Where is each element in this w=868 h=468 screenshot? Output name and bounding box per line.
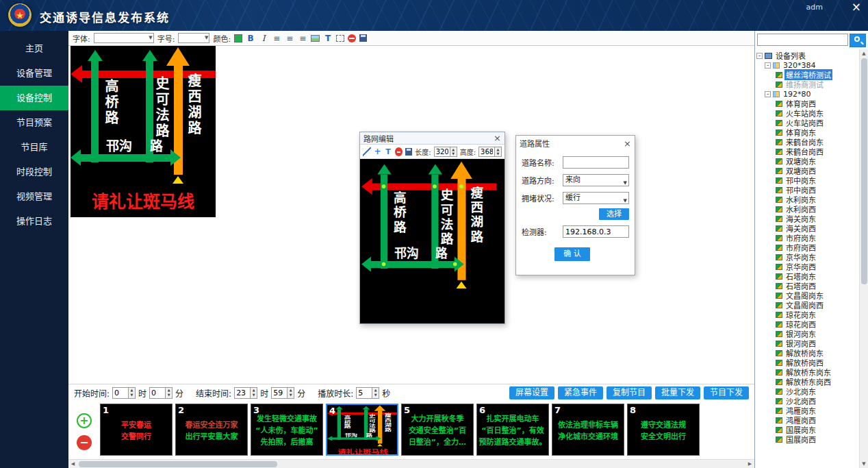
roadnet-canvas[interactable]: 高桥路 史可法路 瘦西湖路 邗沟 路 请礼让斑马线 <box>360 159 505 323</box>
end-minute-spin-buttons[interactable] <box>288 387 294 399</box>
tree-expander-icon[interactable]: - <box>765 91 771 97</box>
program-thumbnail[interactable]: 春运安全连万家出行平安靠大家2 <box>175 404 248 456</box>
program-thumbnail[interactable]: 遵守交通法规安全文明出行8 <box>627 404 700 456</box>
sidebar-item-2[interactable]: 设备控制 <box>0 86 68 110</box>
edit-handle[interactable] <box>433 184 437 188</box>
select-detector-button[interactable]: 选择 <box>599 208 629 220</box>
font-family-select[interactable] <box>94 33 154 43</box>
end-hour-spin-buttons[interactable] <box>251 387 257 399</box>
detector-input[interactable] <box>565 226 626 237</box>
start-minute-input[interactable] <box>149 387 166 399</box>
action-button-0[interactable]: 屏幕设置 <box>509 386 554 399</box>
sidebar-item-0[interactable]: 主页 <box>0 36 68 61</box>
delete-content-button[interactable] <box>348 34 356 42</box>
tree-item[interactable]: 沙北岗西 <box>755 396 859 406</box>
roadnet-dialog-close-button[interactable]: × <box>494 134 501 143</box>
scroll-down-arrow-icon[interactable]: ▼ <box>862 460 865 468</box>
program-thumbnail[interactable]: 扎实开展电动车“百日整治”，有效预防道路交通事故。6 <box>476 404 549 456</box>
tree-item[interactable]: 京华岗东 <box>755 252 859 262</box>
tree-item[interactable]: 京华岗西 <box>755 262 859 271</box>
roadnet-dialog-titlebar[interactable]: 路网编辑 × <box>360 132 505 145</box>
duration-input[interactable] <box>356 387 372 399</box>
edit-handle[interactable] <box>382 184 386 188</box>
sidebar-item-6[interactable]: 视频管理 <box>0 184 68 209</box>
edit-handle[interactable] <box>453 262 457 267</box>
road-properties-titlebar[interactable]: 道路属性 × <box>516 136 635 151</box>
confirm-button[interactable]: 确 认 <box>554 247 590 261</box>
move-tool-icon[interactable]: + <box>374 147 382 156</box>
tree-item[interactable]: 水利岗东 <box>755 195 859 204</box>
sidebar-item-4[interactable]: 节目库 <box>0 135 68 160</box>
program-thumbnail[interactable]: 大力开展秋冬季交通安全整治“百日整治”，全力…5 <box>401 404 474 456</box>
tree-item[interactable]: -设备列表 <box>755 51 859 60</box>
scroll-up-arrow-icon[interactable]: ▲ <box>862 49 865 58</box>
road-name-input[interactable] <box>565 157 626 168</box>
remove-program-button[interactable]: − <box>77 435 92 450</box>
bold-button[interactable]: B <box>246 34 255 43</box>
hscroll-thumb[interactable] <box>79 461 277 467</box>
color-swatch[interactable] <box>234 34 242 42</box>
edit-handle[interactable] <box>382 262 386 267</box>
program-thumbnail[interactable]: 平安春运交警同行1 <box>100 404 173 456</box>
roadnet-height-spin-buttons[interactable] <box>495 147 502 157</box>
tree-item[interactable]: 琼花岗东 <box>755 310 859 319</box>
sidebar-item-3[interactable]: 节目预案 <box>0 110 68 135</box>
tree-item[interactable]: 来鹤台岗东 <box>755 137 859 147</box>
tree-item[interactable]: 水利岗西 <box>755 204 859 214</box>
tree-item[interactable]: 体育岗东 <box>755 127 859 137</box>
scroll-right-arrow-icon[interactable]: ▶ <box>745 461 754 467</box>
device-search-button[interactable] <box>850 34 866 47</box>
tree-item[interactable]: 市府岗西 <box>755 243 859 252</box>
tree-item[interactable]: 海关岗东 <box>755 214 859 223</box>
roadnet-text-tool[interactable]: T <box>384 147 392 156</box>
tree-item[interactable]: 螺丝湾桥测试 <box>755 70 859 79</box>
tree-item[interactable]: 石塔岗东 <box>755 271 859 281</box>
draw-road-tool-icon[interactable] <box>363 147 371 156</box>
action-button-4[interactable]: 节目下发 <box>704 386 749 399</box>
tree-item[interactable]: -320*384 <box>755 60 859 70</box>
end-minute-input[interactable] <box>271 387 288 399</box>
roadnet-length-input[interactable] <box>434 147 450 157</box>
tree-item[interactable]: 琼花岗西 <box>755 319 859 329</box>
tree-item[interactable]: 解放桥东岗西 <box>755 377 859 386</box>
start-hour-spin-buttons[interactable] <box>129 387 136 399</box>
end-hour-input[interactable] <box>234 387 251 399</box>
tree-item[interactable]: 海关岗西 <box>755 223 859 233</box>
tree-item[interactable]: 市府岗东 <box>755 233 859 243</box>
insert-image-button[interactable] <box>311 35 320 42</box>
program-thumbnail[interactable]: 高桥路 史可法路 瘦西湖路 邗沟 路 请礼让斑马线 4 <box>326 404 398 456</box>
edit-handle[interactable] <box>459 184 463 188</box>
tree-item[interactable]: 银河岗东 <box>755 329 859 338</box>
tree-item[interactable]: 国展岗东 <box>755 425 859 434</box>
tree-item[interactable]: -192*80 <box>755 89 859 99</box>
scroll-left-arrow-icon[interactable]: ◀ <box>68 461 77 467</box>
tree-item[interactable]: 鸿雁岗东 <box>755 406 859 415</box>
tree-item[interactable]: 火车站岗东 <box>755 108 859 118</box>
sidebar-item-5[interactable]: 时段控制 <box>0 160 68 184</box>
tree-expander-icon[interactable]: - <box>765 62 771 69</box>
horizontal-scrollbar[interactable]: ◀ ▶ <box>68 459 754 468</box>
align-left-button[interactable]: ≡ <box>272 34 281 43</box>
tree-item[interactable]: 解放桥东岗东 <box>755 367 859 377</box>
road-properties-close-button[interactable]: × <box>624 139 631 148</box>
tree-item[interactable]: 邗中岗西 <box>755 185 859 195</box>
tree-item[interactable]: 文昌阁岗东 <box>755 291 859 300</box>
tree-item[interactable]: 解放桥岗东 <box>755 348 859 358</box>
program-thumbnail[interactable]: 发生轻微交通事故“人未伤，车能动”先拍照，后撤离3 <box>251 404 323 456</box>
start-hour-input[interactable] <box>112 387 129 399</box>
action-button-1[interactable]: 紧急事件 <box>558 386 603 399</box>
tree-item[interactable]: 石塔岗西 <box>755 281 859 291</box>
sidebar-item-1[interactable]: 设备管理 <box>0 61 68 86</box>
road-direction-select[interactable]: 来向 <box>563 174 629 186</box>
border-tool-button[interactable] <box>336 35 344 42</box>
text-tool-button[interactable]: T <box>323 34 333 43</box>
congestion-select[interactable]: 缓行 <box>563 192 629 204</box>
tree-item[interactable]: 国展岗西 <box>755 434 859 444</box>
sidebar-item-7[interactable]: 操作日志 <box>0 209 68 234</box>
roadnet-delete-tool-icon[interactable] <box>395 147 403 156</box>
tree-item[interactable]: 火车站岗西 <box>755 118 859 127</box>
tree-item[interactable]: 鸿雁岗西 <box>755 415 859 425</box>
hscroll-track[interactable] <box>77 460 745 468</box>
program-thumbnail[interactable]: 依法治理非标车辆净化城市交通环境7 <box>552 404 624 456</box>
save-button[interactable] <box>359 34 367 42</box>
